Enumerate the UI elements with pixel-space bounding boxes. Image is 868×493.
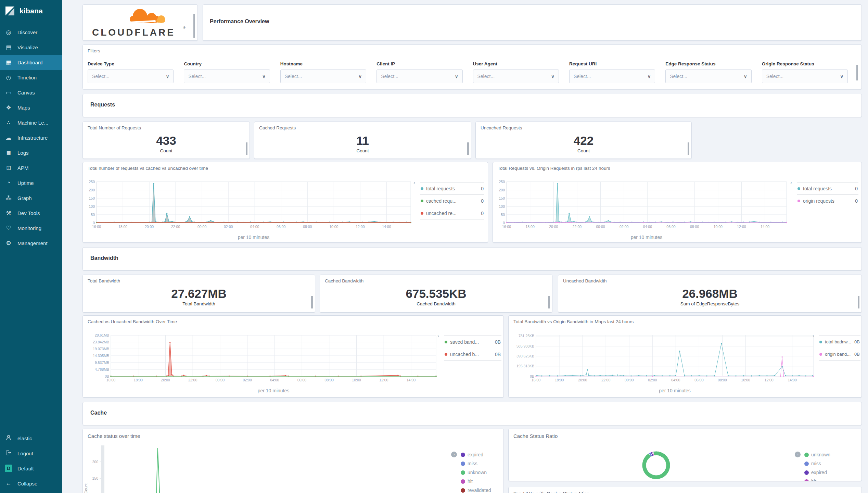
filter-select[interactable]: Select... ∨ [376, 69, 462, 83]
legend-toggle-icon[interactable]: › [790, 179, 792, 185]
legend-dot-icon [421, 187, 423, 190]
sidebar-item-machine-learning[interactable]: ∴ Machine Le... [0, 115, 62, 130]
sidebar-item-management[interactable]: ⚙ Management [0, 236, 62, 251]
series-unknown [104, 448, 497, 493]
chevron-down-icon: ∨ [840, 74, 843, 79]
filter-select[interactable]: Select... ∨ [184, 69, 270, 83]
svg-text:200: 200 [89, 188, 95, 192]
sidebar-item-dashboard[interactable]: ▦ Dashboard [0, 55, 62, 70]
chart-title: Total Requests vs. Origin Requests in rp… [498, 166, 610, 171]
sidebar-item-logs[interactable]: ≣ Logs [0, 145, 62, 160]
sidebar-item-monitoring[interactable]: ♡ Monitoring [0, 220, 62, 236]
filter-country: Country Select... ∨ [184, 61, 270, 83]
legend-item-total-badnw-[interactable]: total badnw...0B [819, 336, 860, 348]
legend-toggle-icon[interactable]: › [813, 333, 814, 339]
svg-text:22:00: 22:00 [573, 225, 582, 229]
nav-item-label: Uptime [17, 180, 34, 186]
legend-item-origin-band-[interactable]: origin band...0B [819, 348, 860, 360]
legend-item-saved-band-[interactable]: saved band...0B [444, 336, 501, 348]
filter-label: Country [184, 61, 270, 66]
chart-title: Cache status over time [88, 433, 140, 439]
legend-item-revalidated[interactable]: revalidated [461, 486, 505, 493]
svg-text:®: ® [183, 26, 186, 29]
sidebar-item-infrastructure[interactable]: ☁ Infrastructure [0, 130, 62, 145]
kibana-logo-icon [5, 6, 15, 16]
sidebar-item-uptime[interactable]: ◔ Uptime [0, 175, 62, 190]
filter-select[interactable]: Select... ∨ [88, 69, 174, 83]
nav-item-label: Visualize [17, 45, 38, 50]
nav-item-icon: ▦ [5, 59, 12, 66]
filter-select-placeholder: Select... [381, 74, 398, 79]
panel-scrollbar[interactable] [467, 142, 469, 155]
filter-select[interactable]: Select... ∨ [665, 69, 751, 83]
panel-scrollbar[interactable] [688, 142, 689, 155]
panel-scrollbar[interactable] [193, 14, 195, 38]
legend-item-cached-requ-[interactable]: cached requ...0 [420, 194, 484, 207]
cache-status-over-time-chart: 150200 [86, 443, 501, 493]
sidebar-item-apm[interactable]: ⊡ APM [0, 160, 62, 175]
sidebar-item-graph[interactable]: ⁂ Graph [0, 190, 62, 205]
sidebar-item-collapse[interactable]: ← Collapse [0, 476, 62, 491]
legend-item-unknown[interactable]: unknown [461, 468, 505, 477]
chart-legend: expiredmissunknownhitrevalidated [461, 450, 505, 493]
filter-select[interactable]: Select... ∨ [762, 69, 848, 83]
requests-header-panel: Requests [82, 94, 862, 117]
sidebar-item-maps[interactable]: ❖ Maps [0, 100, 62, 115]
legend-item-origin-requests[interactable]: origin requests0 [797, 194, 858, 207]
legend-toggle-icon[interactable]: › [437, 333, 439, 339]
filter-label: User Agent [473, 61, 559, 66]
sidebar-footer: elastic Logout D Default ← Collapse [0, 431, 62, 493]
metric-label: Count [83, 148, 250, 153]
legend-item-expired[interactable]: expired [461, 450, 505, 459]
svg-text:14:00: 14:00 [761, 225, 769, 229]
svg-text:9.537MB: 9.537MB [95, 361, 109, 365]
legend-item-uncached-re-[interactable]: uncached re...0 [420, 207, 484, 219]
legend-item-hit[interactable]: hit [804, 477, 856, 481]
legend-item-total-requests[interactable]: total requests0 [797, 182, 858, 194]
sidebar-item-dev-tools[interactable]: ⚒ Dev Tools [0, 205, 62, 220]
sidebar-item-timelion[interactable]: ◷ Timelion [0, 70, 62, 85]
sidebar-item-default-space[interactable]: D Default [0, 461, 62, 476]
legend-item-unknown[interactable]: unknown [804, 450, 856, 459]
svg-text:20:00: 20:00 [145, 225, 154, 229]
panel-scrollbar[interactable] [856, 65, 858, 80]
filter-select[interactable]: Select... ∨ [280, 69, 366, 83]
legend-item-expired[interactable]: expired [804, 468, 856, 477]
svg-text:200: 200 [499, 188, 505, 192]
svg-text:14:00: 14:00 [382, 225, 391, 229]
legend-item-miss[interactable]: miss [461, 459, 505, 468]
legend-toggle-icon[interactable]: › [795, 452, 801, 457]
legend-dot-icon [804, 479, 809, 481]
nav-item-icon: ☁ [5, 134, 12, 141]
panel-scrollbar[interactable] [311, 296, 313, 308]
svg-text:06:00: 06:00 [277, 225, 285, 229]
requests-section-title: Requests [90, 102, 115, 108]
legend-toggle-icon[interactable]: › [413, 179, 415, 185]
brand-name: kibana [20, 7, 43, 15]
sidebar-item-visualize[interactable]: ▤ Visualize [0, 40, 62, 55]
svg-text:781.25KB: 781.25KB [519, 334, 534, 338]
nav-item-label: Monitoring [17, 225, 41, 231]
sidebar-item-user[interactable]: elastic [0, 431, 62, 446]
sidebar-item-discover[interactable]: ◎ Discover [0, 25, 62, 40]
sidebar-item-canvas[interactable]: ▭ Canvas [0, 85, 62, 100]
cached-vs-uncached-bandwidth-chart: 16:0018:0020:0022:0000:0002:0004:0006:00… [86, 331, 440, 396]
chart-legend: total badnw...0Borigin band...0B [819, 336, 860, 361]
legend-item-miss[interactable]: miss [804, 459, 856, 468]
legend-dot-icon [461, 479, 465, 484]
legend-item-total-requests[interactable]: total requests0 [420, 182, 484, 194]
legend-toggle-icon[interactable]: › [451, 452, 457, 457]
legend-item-hit[interactable]: hit [461, 477, 505, 486]
filter-select[interactable]: Select... ∨ [569, 69, 655, 83]
panel-scrollbar[interactable] [548, 296, 550, 308]
filter-select-placeholder: Select... [92, 74, 110, 79]
filter-select[interactable]: Select... ∨ [473, 69, 559, 83]
metric-label: Total Bandwidth [83, 301, 315, 306]
filter-label: Origin Response Status [762, 61, 848, 66]
donut-slice-unknown[interactable] [642, 451, 670, 479]
logout-icon [5, 449, 12, 458]
legend-item-uncached-b-[interactable]: uncached b...0B [444, 348, 501, 360]
panel-scrollbar[interactable] [246, 142, 247, 155]
sidebar-item-logout[interactable]: Logout [0, 446, 62, 461]
panel-scrollbar[interactable] [858, 296, 859, 308]
